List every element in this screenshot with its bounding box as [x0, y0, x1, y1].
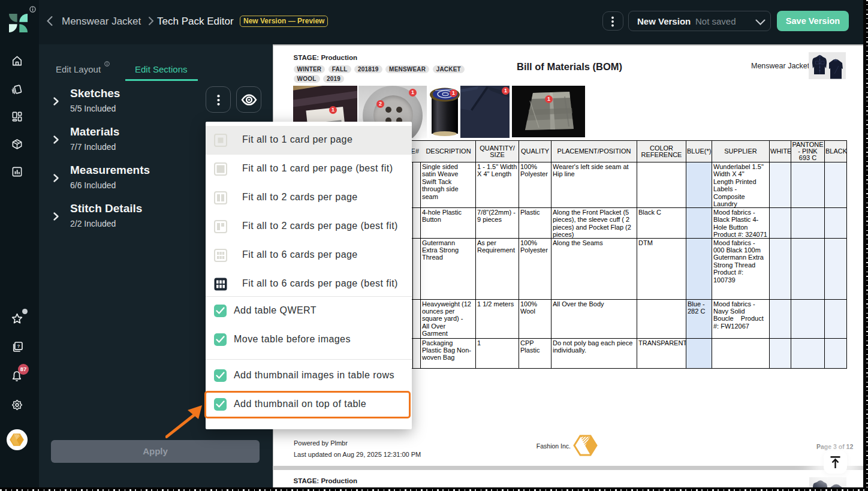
svg-text:?: ? [17, 344, 20, 349]
